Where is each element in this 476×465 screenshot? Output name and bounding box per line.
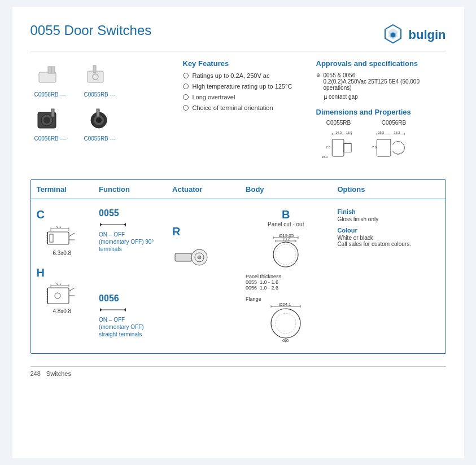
function-arrow-0056 xyxy=(99,306,161,315)
svg-line-40 xyxy=(69,233,75,236)
th-options: Options xyxy=(331,180,445,199)
svg-rect-6 xyxy=(51,67,55,73)
options-colour-desc: White or black xyxy=(337,235,439,241)
terminal-h-size: 4.8x0.8 xyxy=(53,308,71,314)
svg-point-3 xyxy=(391,33,395,37)
product-code-2: C0055RB --- xyxy=(84,91,115,98)
svg-text:16.9: 16.9 xyxy=(346,131,352,134)
svg-point-93 xyxy=(276,313,296,334)
function-arrow-svg xyxy=(99,221,127,229)
svg-rect-18 xyxy=(332,139,344,156)
dimensions-title: Dimensions and Properties xyxy=(316,108,446,116)
svg-rect-39 xyxy=(50,234,53,242)
approval-1: ⊕ 0055 & 0056 0.2(0.2)A 250Vac 25T125 5E… xyxy=(316,72,446,91)
body-label: B xyxy=(282,208,290,221)
svg-rect-54 xyxy=(47,288,69,304)
key-features: Key Features Ratings up to 0.2A, 250V ac… xyxy=(177,59,311,167)
th-terminal: Terminal xyxy=(31,180,94,199)
svg-text:14.3: 14.3 xyxy=(335,131,341,134)
svg-rect-4 xyxy=(39,72,56,82)
function-arrow xyxy=(99,221,161,230)
product-c0055rb-black: C0055RB --- xyxy=(80,103,120,142)
feature-text-3: Long overtravel xyxy=(193,94,235,100)
feature-circle-1 xyxy=(183,73,189,78)
body-flange-svg: Ø24.1 6.6 xyxy=(263,302,308,344)
terminal-c-svg: 9.1 xyxy=(46,224,77,249)
dim-row: C0055RB 14.3 16.9 7.0 15.0 xyxy=(316,120,446,167)
svg-rect-28 xyxy=(377,139,390,156)
feature-circle-3 xyxy=(183,94,189,100)
svg-marker-73 xyxy=(100,223,102,226)
svg-rect-17 xyxy=(97,109,99,117)
approvals-title: Approvals and specifications xyxy=(316,59,446,68)
img-row-2: C0056RB --- C0055RB --- xyxy=(30,103,177,142)
product-svg-c0055rb-white xyxy=(83,61,117,88)
col-actuator: R xyxy=(167,205,240,348)
approval-icon-1: ⊕ xyxy=(316,72,321,78)
product-img-c0056rb-black xyxy=(30,103,70,134)
pt-0055: 0055 1.0 - 1.6 xyxy=(246,279,326,285)
svg-point-16 xyxy=(96,117,102,123)
mu-gap: µ contact gap xyxy=(324,94,446,100)
logo-text: bulgin xyxy=(409,28,446,42)
svg-rect-38 xyxy=(47,232,69,244)
svg-text:7.0: 7.0 xyxy=(325,146,330,149)
svg-text:Ø24.1: Ø24.1 xyxy=(279,302,291,307)
col-terminal: C xyxy=(31,205,94,348)
dim-c0055rb-label: C0055RB xyxy=(326,120,351,126)
product-code-3: C0056RB --- xyxy=(34,135,65,142)
svg-line-56 xyxy=(69,288,75,291)
terminal-c-diagram: 9.1 6.3x0.8 xyxy=(37,224,88,256)
function-desc-0056: ON – OFF (momentary OFF) straight termin… xyxy=(99,316,161,338)
product-images: C0056RB --- C0055RB --- xyxy=(30,59,177,167)
feature-4: Choice of terminal orientation xyxy=(183,104,311,111)
svg-point-55 xyxy=(55,293,60,299)
page: 0055 Door Switches bulgin xyxy=(12,7,464,458)
svg-rect-30 xyxy=(390,144,398,151)
svg-marker-74 xyxy=(124,223,126,226)
product-code-1: C0056RB --- xyxy=(34,91,65,98)
function-arrow-0056-svg xyxy=(99,306,127,314)
approval-text-1: 0055 & 0056 0.2(0.2)A 250Vac 25T125 5E4 … xyxy=(324,72,446,91)
options-colour-head: Colour xyxy=(337,227,439,234)
terminal-c-label: C xyxy=(37,208,88,221)
svg-rect-13 xyxy=(51,109,54,117)
col-function: 0055 ON – OFF (momentary OFF) 90° termin… xyxy=(93,205,167,348)
product-svg-c0056rb-black xyxy=(33,103,67,134)
terminal-h-svg: 9.1 xyxy=(46,282,77,307)
dim-c0056rb: C0056RB 25.3 16.3 7.0 xyxy=(372,120,417,167)
terminal-h-diagram: 9.1 4.8x0.8 xyxy=(37,282,88,314)
svg-text:15.0: 15.0 xyxy=(321,155,327,159)
svg-marker-76 xyxy=(100,308,102,312)
options-finish-head: Finish xyxy=(337,208,439,215)
col-options: Finish Gloss finish only Colour White or… xyxy=(331,205,445,348)
product-svg-c0055rb-black xyxy=(83,103,117,134)
function-desc-0055: ON – OFF (momentary OFF) 90° terminals xyxy=(99,231,161,253)
top-section: C0056RB --- C0055RB --- xyxy=(30,59,446,167)
key-features-title: Key Features xyxy=(183,59,311,68)
feature-circle-4 xyxy=(183,105,189,111)
feature-2: High temperature rating up to 125°C xyxy=(183,83,311,90)
footer-label: Switches xyxy=(46,370,71,377)
body-panel-cut: Panel cut - out xyxy=(268,221,304,227)
options-colour-desc2: Call sales for custom colours. xyxy=(337,241,439,247)
svg-text:9.1: 9.1 xyxy=(56,225,62,229)
svg-rect-78 xyxy=(175,253,192,261)
th-actuator: Actuator xyxy=(167,180,240,199)
function-code-0055: 0055 xyxy=(99,208,161,218)
dim-c0055rb: C0055RB 14.3 16.9 7.0 15.0 xyxy=(316,120,361,167)
svg-point-83 xyxy=(276,244,296,265)
panel-thickness-label: Panel thickness xyxy=(246,274,326,279)
options-finish-desc: Gloss finish only xyxy=(337,216,439,222)
actuator-label: R xyxy=(172,225,234,238)
page-title: 0055 Door Switches xyxy=(30,23,152,38)
svg-text:7.0: 7.0 xyxy=(372,146,376,149)
pt-0056: 0056 1.0 - 2.6 xyxy=(246,285,326,291)
dim-c0056rb-label: C0056RB xyxy=(382,120,406,126)
table-section: Terminal Function Actuator Body Options … xyxy=(30,179,446,354)
options-colour: Colour White or black Call sales for cus… xyxy=(337,227,439,247)
img-row-1: C0056RB --- C0055RB --- xyxy=(30,59,177,98)
table-body: C xyxy=(31,199,446,353)
function-code-0056: 0056 xyxy=(99,293,161,304)
flange-label: Flange xyxy=(246,296,326,302)
